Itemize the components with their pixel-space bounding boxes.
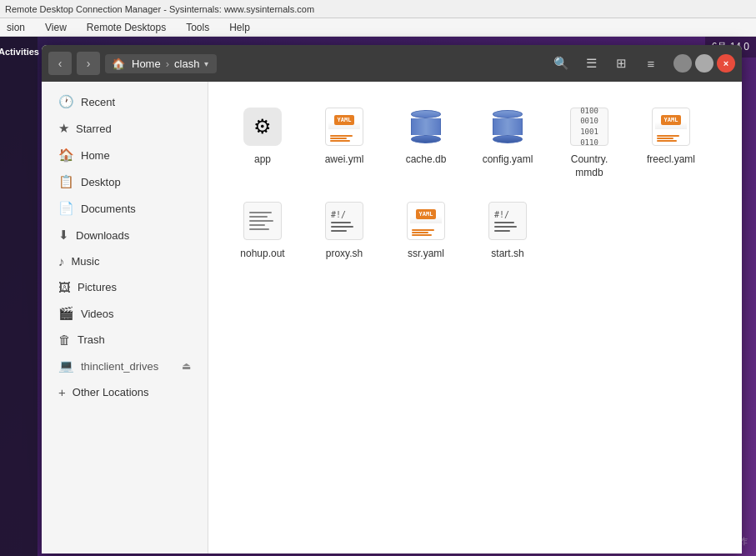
sidebar-label-videos: Videos — [81, 308, 114, 320]
sidebar-label-desktop: Desktop — [81, 176, 121, 188]
sidebar-label-pictures: Pictures — [78, 281, 117, 293]
breadcrumb-current[interactable]: clash — [174, 58, 199, 70]
list-view-button[interactable]: ☰ — [578, 52, 603, 75]
fm-content: 🕐 Recent ★ Starred 🏠 Home 📋 Desktop 📄 — [42, 82, 742, 553]
minimize-button[interactable]: − — [673, 54, 692, 73]
music-icon: ♪ — [58, 254, 65, 268]
sidebar-item-desktop[interactable]: 📋 Desktop — [45, 168, 204, 195]
proxy-file-icon: #!/ — [323, 199, 366, 243]
cache-file-name: cache.db — [406, 153, 447, 167]
sidebar-item-pictures[interactable]: 🖼 Pictures — [45, 274, 204, 300]
country-file-name: Country.mmdb — [571, 153, 608, 179]
rdp-title: Remote Desktop Connection Manager - Sysi… — [5, 4, 314, 14]
menu-item-view[interactable]: View — [42, 20, 70, 35]
search-button[interactable]: 🔍 — [548, 52, 573, 75]
fm-sidebar: 🕐 Recent ★ Starred 🏠 Home 📋 Desktop 📄 — [42, 82, 208, 553]
ssr-file-icon: YAML — [404, 199, 448, 243]
file-item-awei[interactable]: YAML awei.yml — [307, 98, 382, 186]
yaml-icon-freecl: YAML — [652, 108, 690, 146]
cache-file-icon — [404, 105, 448, 148]
sidebar-item-thinclient[interactable]: 💻 thinclient_drives ⏏ — [45, 353, 204, 379]
menu-bar: sion View Remote Desktops Tools Help — [0, 18, 756, 37]
sidebar-item-other-locations[interactable]: + Other Locations — [45, 379, 204, 405]
ssr-file-name: ssr.yaml — [408, 248, 444, 261]
nav-forward-button[interactable]: › — [77, 52, 100, 75]
breadcrumb-separator: › — [166, 58, 169, 70]
sidebar-label-recent: Recent — [81, 96, 115, 108]
start-file-icon: #!/ — [486, 199, 529, 243]
nav-back-button[interactable]: ‹ — [48, 52, 72, 75]
breadcrumb-dropdown-button[interactable]: ▾ — [203, 59, 210, 68]
start-file-name: start.sh — [491, 248, 523, 261]
activities-bar: Activities — [0, 37, 38, 556]
script-icon-proxy: #!/ — [325, 202, 363, 240]
config-file-icon — [486, 105, 529, 148]
sidebar-item-music[interactable]: ♪ Music — [45, 248, 204, 274]
sidebar-label-starred: Starred — [76, 123, 112, 135]
sidebar-label-music: Music — [72, 255, 100, 268]
menu-button[interactable]: ≡ — [638, 52, 663, 75]
menu-item-remote-desktops[interactable]: Remote Desktops — [83, 20, 169, 35]
sidebar-item-downloads[interactable]: ⬇ Downloads — [45, 222, 204, 248]
breadcrumb-home[interactable]: Home — [132, 58, 161, 70]
maximize-button[interactable]: □ — [695, 54, 713, 73]
file-item-cache[interactable]: cache.db — [388, 98, 463, 186]
sidebar-label-other-locations: Other Locations — [73, 386, 149, 398]
nohup-file-icon — [241, 199, 284, 243]
close-button[interactable]: × — [717, 54, 735, 73]
sidebar-label-home: Home — [81, 149, 110, 162]
file-item-config[interactable]: config.yaml — [470, 98, 545, 186]
app-file-name: app — [254, 153, 271, 167]
config-yaml-icon — [488, 108, 527, 146]
config-file-name: config.yaml — [483, 153, 533, 167]
yaml-icon-awei: YAML — [325, 108, 363, 146]
fm-window-controls: − □ × — [673, 54, 735, 73]
file-item-ssr[interactable]: YAML ssr.yaml — [388, 193, 463, 268]
thinclient-icon: 💻 — [58, 358, 74, 373]
home-icon: 🏠 — [112, 58, 125, 70]
binary-icon: 0100001010010110 — [570, 108, 608, 146]
recent-icon: 🕐 — [58, 94, 74, 109]
downloads-icon: ⬇ — [58, 228, 69, 243]
eject-button[interactable]: ⏏ — [182, 360, 191, 372]
gear-icon: ⚙ — [243, 108, 282, 146]
sidebar-item-documents[interactable]: 📄 Documents — [45, 195, 204, 222]
documents-icon: 📄 — [58, 201, 74, 216]
file-item-nohup[interactable]: nohup.out — [225, 193, 300, 268]
menu-item-tools[interactable]: Tools — [183, 20, 213, 35]
text-icon — [243, 202, 282, 240]
other-locations-icon: + — [58, 385, 66, 399]
sidebar-item-starred[interactable]: ★ Starred — [45, 115, 204, 142]
sidebar-item-home[interactable]: 🏠 Home — [45, 142, 204, 168]
rdp-titlebar: Remote Desktop Connection Manager - Sysi… — [0, 0, 756, 18]
menu-item-session[interactable]: sion — [3, 20, 28, 35]
sidebar-item-trash[interactable]: 🗑 Trash — [45, 327, 204, 353]
freecl-file-name: freecl.yaml — [647, 153, 695, 167]
home-sidebar-icon: 🏠 — [58, 148, 74, 163]
file-grid: ⚙ app YAML — [225, 98, 725, 268]
desktop-icon: 📋 — [58, 174, 74, 189]
sidebar-item-recent[interactable]: 🕐 Recent — [45, 88, 204, 115]
grid-view-button[interactable]: ⊞ — [608, 52, 633, 75]
starred-icon: ★ — [58, 121, 69, 136]
fm-toolbar-right: 🔍 ☰ ⊞ ≡ — [548, 52, 663, 75]
file-item-freecl[interactable]: YAML freecl.yaml — [633, 98, 708, 186]
file-manager-window: ‹ › 🏠 Home › clash ▾ 🔍 ☰ ⊞ ≡ − □ × — [42, 45, 742, 553]
sidebar-label-downloads: Downloads — [76, 229, 129, 242]
country-file-icon: 0100001010010110 — [568, 105, 611, 148]
pictures-icon: 🖼 — [58, 280, 71, 294]
file-item-proxy[interactable]: #!/ proxy.sh — [307, 193, 382, 268]
menu-item-help[interactable]: Help — [226, 20, 253, 35]
activities-button[interactable]: Activities — [0, 43, 41, 60]
file-item-country[interactable]: 0100001010010110 Country.mmdb — [552, 98, 627, 186]
yaml-icon-ssr: YAML — [407, 202, 445, 240]
file-item-app[interactable]: ⚙ app — [225, 98, 300, 186]
breadcrumb: 🏠 Home › clash ▾ — [105, 54, 217, 73]
fm-files-area: ⚙ app YAML — [208, 82, 742, 553]
videos-icon: 🎬 — [58, 306, 74, 321]
freecl-file-icon: YAML — [649, 105, 693, 148]
sidebar-item-videos[interactable]: 🎬 Videos — [45, 300, 204, 327]
fm-titlebar: ‹ › 🏠 Home › clash ▾ 🔍 ☰ ⊞ ≡ − □ × — [42, 45, 742, 82]
trash-icon: 🗑 — [58, 333, 71, 347]
file-item-start[interactable]: #!/ start.sh — [470, 193, 545, 268]
